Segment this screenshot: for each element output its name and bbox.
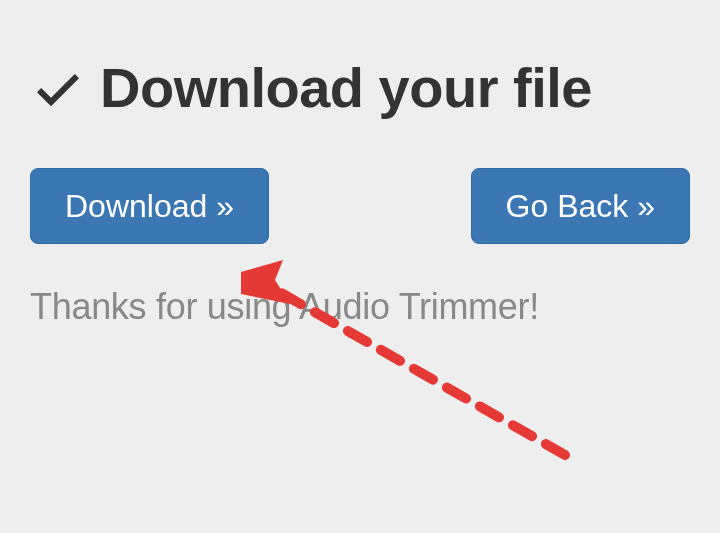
- check-icon: [30, 60, 86, 116]
- go-back-button[interactable]: Go Back »: [471, 168, 690, 244]
- page-title: Download your file: [100, 55, 592, 120]
- button-row: Download » Go Back »: [30, 168, 690, 244]
- thanks-message: Thanks for using Audio Trimmer!: [30, 286, 690, 328]
- download-panel: Download your file Download » Go Back » …: [0, 0, 720, 358]
- download-button[interactable]: Download »: [30, 168, 269, 244]
- page-heading: Download your file: [30, 55, 690, 120]
